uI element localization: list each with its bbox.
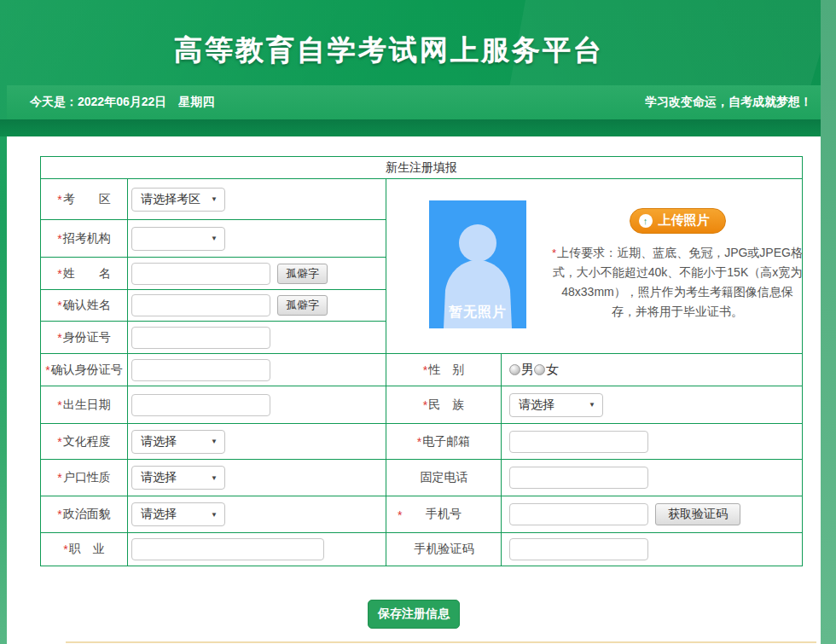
exam-district-select[interactable]: 请选择考区 ▼ bbox=[131, 188, 225, 212]
photo-section: 暂无照片 ↑ 上传照片 *上传要求：近期、蓝底、免冠，JPG或JPEG格式，大小… bbox=[386, 179, 802, 354]
upload-arrow-icon: ↑ bbox=[639, 214, 653, 228]
row-recruit-org: *招考机构 ▼ bbox=[41, 220, 386, 258]
site-header: 高等教育自学考试网上服务平台 bbox=[0, 0, 821, 85]
required-asterisk: * bbox=[45, 363, 49, 377]
dropdown-caret-icon: ▼ bbox=[211, 511, 218, 519]
footer-divider bbox=[66, 641, 816, 643]
row-household-type: *户口性质 请选择 ▼ bbox=[41, 460, 386, 496]
required-asterisk: * bbox=[57, 299, 61, 312]
field-label: 确认姓名 bbox=[63, 298, 111, 313]
required-asterisk: * bbox=[63, 542, 67, 556]
row-mobile: *手机号 获取验证码 bbox=[386, 496, 802, 533]
education-level-select[interactable]: 请选择 ▼ bbox=[131, 430, 225, 454]
field-label: 出生日期 bbox=[63, 397, 111, 413]
registration-table: 新生注册填报 *考 区 请选择考区 ▼ *招考机构 bbox=[40, 156, 803, 566]
select-value: 请选择考区 bbox=[141, 192, 200, 207]
dropdown-caret-icon: ▼ bbox=[211, 474, 218, 482]
field-label: 职 业 bbox=[69, 542, 105, 557]
field-label: 手机验证码 bbox=[415, 542, 474, 557]
row-gender: *性 别 男 女 bbox=[386, 354, 802, 386]
upload-photo-button[interactable]: ↑ 上传照片 bbox=[630, 208, 726, 234]
field-label: 姓 名 bbox=[63, 266, 111, 281]
rare-char-button[interactable]: 孤僻字 bbox=[277, 295, 328, 316]
required-asterisk: * bbox=[423, 398, 427, 412]
landline-input[interactable] bbox=[509, 467, 648, 489]
date-text: 今天是：2022年06月22日 星期四 bbox=[30, 95, 214, 110]
required-asterisk: * bbox=[57, 508, 61, 521]
ethnicity-select[interactable]: 请选择 ▼ bbox=[509, 393, 603, 417]
dropdown-caret-icon: ▼ bbox=[211, 235, 218, 242]
dropdown-caret-icon: ▼ bbox=[211, 438, 218, 445]
confirm-name-input[interactable] bbox=[131, 294, 270, 316]
field-label: 手机号 bbox=[426, 507, 462, 522]
get-code-button[interactable]: 获取验证码 bbox=[655, 503, 740, 525]
recruit-org-select[interactable]: ▼ bbox=[131, 227, 225, 251]
occupation-input[interactable] bbox=[131, 538, 324, 560]
row-landline: 固定电话 bbox=[386, 460, 802, 496]
required-asterisk: * bbox=[57, 398, 61, 412]
row-birth-date: *出生日期 bbox=[41, 386, 386, 424]
required-asterisk: * bbox=[57, 471, 61, 484]
row-occupation: *职 业 bbox=[41, 533, 386, 566]
gender-radio-female[interactable] bbox=[534, 364, 545, 375]
field-label: 性 别 bbox=[428, 363, 464, 378]
field-label: 招考机构 bbox=[63, 231, 111, 247]
dropdown-caret-icon: ▼ bbox=[589, 401, 595, 409]
field-label: 确认身份证号 bbox=[51, 363, 123, 378]
field-label: 考 区 bbox=[63, 192, 111, 207]
mobile-input[interactable] bbox=[509, 503, 648, 525]
row-confirm-name: *确认姓名 孤僻字 bbox=[41, 290, 386, 322]
field-label: 身份证号 bbox=[63, 330, 111, 345]
political-status-select[interactable]: 请选择 ▼ bbox=[131, 502, 225, 526]
row-email: *电子邮箱 bbox=[386, 424, 802, 460]
page-root: 高等教育自学考试网上服务平台 今天是：2022年06月22日 星期四 学习改变命… bbox=[0, 0, 836, 644]
slogan-text: 学习改变命运，自考成就梦想！ bbox=[645, 95, 812, 110]
row-political-status: *政治面貌 请选择 ▼ bbox=[41, 496, 386, 533]
radio-label: 女 bbox=[546, 362, 559, 378]
row-ethnicity: *民 族 请选择 ▼ bbox=[386, 386, 802, 424]
field-label: 户口性质 bbox=[63, 470, 111, 485]
photo-placeholder-label: 暂无照片 bbox=[429, 304, 526, 322]
rare-char-button[interactable]: 孤僻字 bbox=[277, 264, 328, 284]
id-number-input[interactable] bbox=[131, 327, 270, 349]
field-label: 固定电话 bbox=[421, 470, 468, 485]
required-asterisk: * bbox=[417, 435, 421, 449]
row-confirm-id-number: *确认身份证号 bbox=[41, 354, 386, 386]
name-input[interactable] bbox=[131, 263, 270, 285]
select-value: 请选择 bbox=[141, 434, 177, 450]
required-asterisk: * bbox=[398, 508, 402, 522]
required-asterisk: * bbox=[57, 267, 61, 281]
upload-requirements: *上传要求：近期、蓝底、免冠，JPG或JPEG格式，大小不能超过40k、不能小于… bbox=[550, 243, 804, 322]
sms-code-input[interactable] bbox=[509, 538, 648, 560]
birth-date-input[interactable] bbox=[131, 394, 270, 416]
save-button[interactable]: 保存注册信息 bbox=[368, 600, 460, 629]
row-name: *姓 名 孤僻字 bbox=[41, 258, 386, 290]
content-panel: 新生注册填报 *考 区 请选择考区 ▼ *招考机构 bbox=[7, 136, 821, 644]
radio-label: 男 bbox=[521, 362, 534, 378]
row-id-number: *身份证号 bbox=[41, 322, 386, 354]
row-exam-district: *考 区 请选择考区 ▼ bbox=[41, 179, 386, 220]
select-value: 请选择 bbox=[141, 507, 177, 522]
select-value: 请选择 bbox=[141, 470, 177, 485]
gender-radio-male[interactable] bbox=[509, 364, 520, 375]
household-type-select[interactable]: 请选择 ▼ bbox=[131, 466, 225, 490]
right-column: 暂无照片 ↑ 上传照片 *上传要求：近期、蓝底、免冠，JPG或JPEG格式，大小… bbox=[386, 179, 802, 566]
required-asterisk: * bbox=[552, 247, 556, 259]
confirm-id-number-input[interactable] bbox=[131, 359, 270, 381]
dropdown-caret-icon: ▼ bbox=[211, 195, 218, 203]
required-asterisk: * bbox=[57, 331, 61, 345]
row-sms-code: 手机验证码 bbox=[386, 533, 802, 566]
field-label: 政治面貌 bbox=[63, 507, 111, 522]
site-title: 高等教育自学考试网上服务平台 bbox=[174, 32, 604, 70]
field-label: 文化程度 bbox=[63, 434, 111, 450]
required-asterisk: * bbox=[57, 232, 61, 246]
scrollbar-track[interactable] bbox=[821, 0, 836, 644]
header-shadow bbox=[0, 119, 821, 136]
required-asterisk: * bbox=[423, 363, 427, 377]
required-asterisk: * bbox=[57, 193, 61, 206]
email-input[interactable] bbox=[509, 431, 648, 453]
left-column: *考 区 请选择考区 ▼ *招考机构 bbox=[41, 179, 386, 566]
date-bar: 今天是：2022年06月22日 星期四 学习改变命运，自考成就梦想！ bbox=[7, 85, 821, 119]
photo-placeholder: 暂无照片 bbox=[429, 200, 526, 328]
field-label: 电子邮箱 bbox=[422, 434, 470, 450]
